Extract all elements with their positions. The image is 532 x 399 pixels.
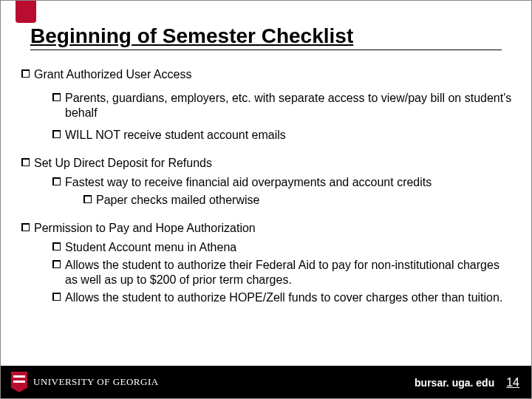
content-body: Grant Authorized User Access Parents, gu… (21, 67, 514, 308)
list-item: Set Up Direct Deposit for Refunds (21, 156, 514, 171)
list-item: Paper checks mailed otherwise (83, 193, 514, 208)
footer-url: bursar. uga. edu (415, 377, 494, 389)
list-item: Fastest way to receive financial aid ove… (52, 175, 514, 190)
slide: Beginning of Semester Checklist Grant Au… (0, 0, 532, 399)
list-item: Student Account menu in Athena (52, 240, 514, 255)
item-text: Allows the student to authorize HOPE/Zel… (65, 290, 514, 305)
list-item: Grant Authorized User Access (21, 67, 514, 82)
item-text: Permission to Pay and Hope Authorization (34, 221, 514, 236)
checkbox-icon (52, 293, 61, 301)
item-text: Fastest way to receive financial aid ove… (65, 175, 514, 190)
footer-right: bursar. uga. edu 14 (415, 376, 519, 389)
brand-logo: UNIVERSITY OF GEORGIA (11, 372, 159, 392)
item-text: WILL NOT receive student account emails (65, 128, 514, 143)
item-text: Set Up Direct Deposit for Refunds (34, 156, 514, 171)
checkbox-icon (21, 223, 30, 231)
item-text: Allows the student to authorize their Fe… (65, 258, 514, 287)
item-text: Student Account menu in Athena (65, 240, 514, 255)
checkbox-icon (52, 93, 61, 101)
checkbox-icon (21, 158, 30, 166)
footer-bar: UNIVERSITY OF GEORGIA bursar. uga. edu 1… (1, 366, 531, 398)
checkbox-icon (52, 260, 61, 268)
list-item: WILL NOT receive student account emails (52, 128, 514, 143)
list-item: Allows the student to authorize HOPE/Zel… (52, 290, 514, 305)
list-item: Permission to Pay and Hope Authorization (21, 221, 514, 236)
page-number: 14 (506, 376, 519, 389)
shield-icon (11, 372, 27, 392)
list-item: Allows the student to authorize their Fe… (52, 258, 514, 287)
page-title: Beginning of Semester Checklist (30, 24, 502, 50)
checkbox-icon (52, 177, 61, 185)
item-text: Parents, guardians, employers, etc. with… (65, 91, 514, 120)
wordmark: UNIVERSITY OF GEORGIA (33, 376, 159, 388)
item-text: Grant Authorized User Access (34, 67, 514, 82)
checkbox-icon (52, 242, 61, 250)
brand-tab (16, 1, 36, 23)
list-item: Parents, guardians, employers, etc. with… (52, 91, 514, 120)
checkbox-icon (52, 130, 61, 138)
checkbox-icon (83, 195, 92, 203)
item-text: Paper checks mailed otherwise (96, 193, 514, 208)
checkbox-icon (21, 69, 30, 78)
